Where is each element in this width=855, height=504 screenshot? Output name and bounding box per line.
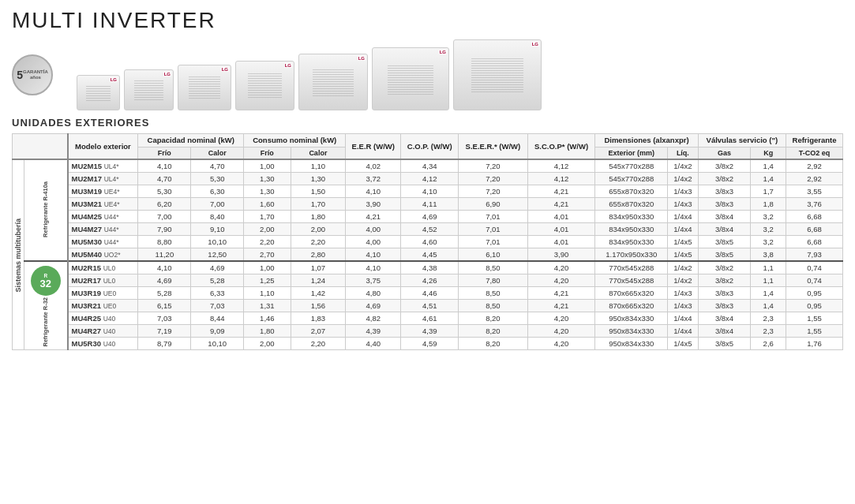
liq-val: 1/4x4 — [668, 211, 699, 223]
product-image-1: LG — [77, 75, 120, 110]
eer-val: 4,10 — [346, 248, 401, 262]
grill-7 — [471, 58, 523, 92]
calor-cap: 4,70 — [191, 159, 244, 173]
table-row: MU3R21 UE0 6,157,031,311,564,694,518,504… — [13, 300, 843, 312]
model-cell: MU2R15 UL0 — [68, 261, 138, 274]
kg-val: 3,2 — [751, 236, 786, 248]
dim-val: 545x770x288 — [595, 159, 668, 173]
th-seer: S.E.E.R.* (W/W) — [459, 134, 528, 160]
gas-val: 3/8x4 — [698, 223, 751, 236]
table-row: MU3M19 UE4* 5,306,301,301,504,104,107,20… — [13, 185, 843, 198]
cop-val: 4,34 — [401, 159, 459, 173]
sistemas-label: Sistemas multitubería — [14, 218, 22, 293]
kg-val: 1,7 — [751, 185, 786, 198]
calor-con: 2,20 — [291, 236, 346, 248]
scop-val: 4,21 — [527, 300, 595, 312]
seer-val: 7,80 — [459, 274, 528, 287]
model-suffix: UL4* — [104, 162, 119, 170]
frio-cap: 7,19 — [138, 325, 191, 338]
lg-logo-4: LG — [284, 63, 292, 68]
gas-val: 3/8x2 — [698, 261, 751, 274]
ac-unit-5: LG — [298, 54, 368, 110]
gas-val: 3/8x5 — [698, 236, 751, 248]
gas-val: 3/8x2 — [698, 274, 751, 287]
model-cell: MU4M27 U44* — [68, 223, 138, 236]
frio-cap: 6,15 — [138, 300, 191, 312]
cop-val: 4,60 — [401, 236, 459, 248]
table-row: MU5R30 U40 8,7910,102,002,204,404,598,20… — [13, 338, 843, 350]
dim-val: 950x834x330 — [595, 325, 668, 338]
lg-logo-2: LG — [163, 72, 171, 77]
tco2-val: 0,74 — [786, 261, 843, 274]
cop-val: 4,46 — [401, 287, 459, 300]
seer-val: 7,20 — [459, 173, 528, 185]
scop-val: 4,20 — [527, 312, 595, 325]
model-cell: MU4R25 U40 — [68, 312, 138, 325]
liq-val: 1/4x3 — [668, 287, 699, 300]
product-image-4: LG — [235, 61, 294, 110]
frio-cap: 4,69 — [138, 274, 191, 287]
table-body: Sistemas multitubería Refrigerante R-410… — [13, 159, 843, 350]
tco2-val: 1,76 — [786, 338, 843, 350]
frio-cap: 7,03 — [138, 312, 191, 325]
frio-con: 1,46 — [244, 312, 291, 325]
model-suffix: UL4* — [104, 175, 119, 183]
th-exterior-mm: Exterior (mm) — [595, 147, 668, 160]
gas-val: 3/8x4 — [698, 312, 751, 325]
guarantee-years: 5 — [17, 69, 23, 82]
scop-val: 4,20 — [527, 274, 595, 287]
th-modelo: Modelo exterior — [68, 134, 138, 160]
frio-con: 1,30 — [244, 185, 291, 198]
tco2-val: 0,95 — [786, 287, 843, 300]
frio-cap: 4,10 — [138, 261, 191, 274]
calor-cap: 6,30 — [191, 185, 244, 198]
model-cell: MU2M17 UL4* — [68, 173, 138, 185]
main-title: MULTI INVERTER — [12, 8, 843, 33]
calor-con: 1,50 — [291, 185, 346, 198]
table-row: MU3M21 UE4* 6,207,001,601,703,904,116,90… — [13, 198, 843, 211]
eer-val: 4,21 — [346, 211, 401, 223]
liq-val: 1/4x5 — [668, 338, 699, 350]
model-cell: MU3R19 UE0 — [68, 287, 138, 300]
guarantee-badge: 5 GARANTÍAaños — [12, 54, 53, 95]
model-suffix: U44* — [104, 238, 119, 246]
ac-unit-7: LG — [453, 39, 542, 110]
model-suffix: U44* — [104, 213, 119, 221]
th-gas: Gas — [698, 147, 751, 160]
kg-val: 1,1 — [751, 261, 786, 274]
frio-cap: 4,10 — [138, 159, 191, 173]
seer-val: 7,01 — [459, 211, 528, 223]
cop-val: 4,59 — [401, 338, 459, 350]
model-name: MU5M40 — [72, 250, 103, 259]
seer-val: 8,50 — [459, 261, 528, 274]
model-name: MU4R27 — [72, 327, 102, 335]
cop-val: 4,51 — [401, 300, 459, 312]
frio-cap: 8,80 — [138, 236, 191, 248]
cop-val: 4,11 — [401, 198, 459, 211]
model-cell: MU3M19 UE4* — [68, 185, 138, 198]
kg-val: 1,1 — [751, 274, 786, 287]
eer-val: 4,69 — [346, 300, 401, 312]
frio-cap: 7,90 — [138, 223, 191, 236]
eer-val: 3,90 — [346, 198, 401, 211]
seer-val: 8,20 — [459, 338, 528, 350]
ac-unit-4: LG — [235, 61, 294, 110]
cop-val: 4,26 — [401, 274, 459, 287]
model-name: MU5M30 — [72, 237, 103, 246]
liq-val: 1/4x4 — [668, 312, 699, 325]
model-name: MU3M19 — [72, 187, 103, 196]
dim-val: 834x950x330 — [595, 211, 668, 223]
frio-cap: 6,20 — [138, 198, 191, 211]
units-label: UNIDADES EXTERIORES — [12, 117, 557, 129]
seer-val: 7,01 — [459, 223, 528, 236]
kg-val: 3,2 — [751, 223, 786, 236]
model-suffix: UL0 — [103, 264, 116, 272]
sistemas-cell: Sistemas multitubería — [13, 159, 24, 350]
model-cell: MU5M30 U44* — [68, 236, 138, 248]
tco2-val: 3,55 — [786, 185, 843, 198]
calor-cap: 5,28 — [191, 274, 244, 287]
model-name: MU2M17 — [72, 174, 103, 183]
dim-val: 870x665x320 — [595, 287, 668, 300]
model-suffix: U40 — [103, 327, 116, 335]
calor-con: 1,70 — [291, 198, 346, 211]
